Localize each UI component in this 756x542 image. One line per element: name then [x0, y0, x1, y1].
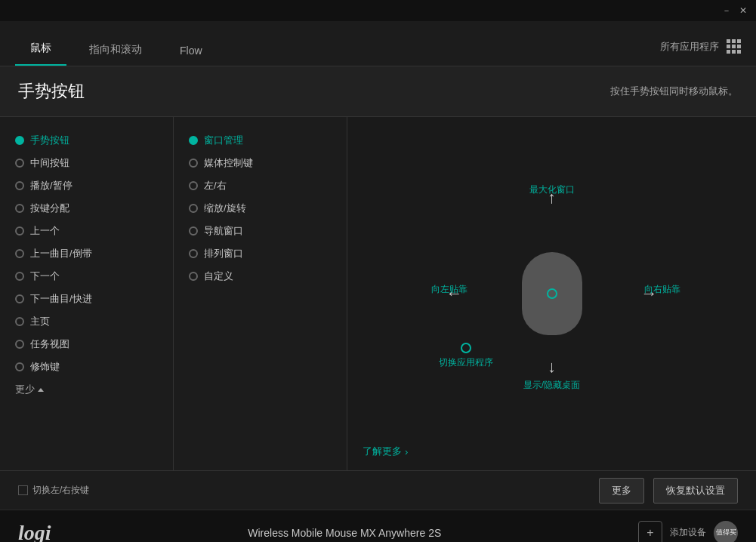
- scroll-checkbox[interactable]: [18, 485, 28, 495]
- arrow-down-icon: ↓: [548, 357, 556, 377]
- viz-label-switch-app: 切换应用程序: [439, 343, 493, 369]
- radio-middle: [15, 159, 24, 168]
- menu-item-media[interactable]: 媒体控制键: [174, 152, 347, 174]
- radio-nav: [189, 226, 198, 236]
- switch-app-circle: [461, 343, 471, 353]
- radio-prev: [15, 226, 24, 236]
- middle-panel: 窗口管理 媒体控制键 左/右 缩放/旋转 导航窗口 排列窗口: [174, 117, 347, 470]
- menu-item-play[interactable]: 播放/暂停: [0, 174, 173, 197]
- viz-label-right: 向右贴靠: [644, 282, 680, 295]
- mouse-body: [522, 252, 582, 335]
- radio-taskview: [15, 340, 24, 349]
- grid-icon[interactable]: [727, 39, 741, 54]
- close-button[interactable]: ✕: [736, 4, 750, 17]
- footer: logi Wireless Mobile Mouse MX Anywhere 2…: [0, 510, 756, 542]
- main-content: 手势按钮 按住手势按钮同时移动鼠标。 手势按钮 中间按钮 播放/暂停 按键分配: [0, 66, 756, 510]
- minimize-button[interactable]: －: [720, 4, 733, 17]
- radio-custom: [189, 272, 198, 281]
- scroll-label-area: 切换左/右按键: [18, 484, 89, 497]
- right-panel: 最大化窗口 ↑ 向左贴靠 ← → 向右贴靠 ↓ 显示/隐藏桌面: [347, 117, 756, 470]
- arrow-left-icon: ←: [446, 284, 463, 303]
- menu-item-nexttrack[interactable]: 下一曲目/快进: [0, 288, 173, 310]
- add-device-label: 添加设备: [670, 526, 706, 539]
- menu-item-leftright[interactable]: 左/右: [174, 174, 347, 197]
- more-less-button[interactable]: 更少: [0, 378, 173, 401]
- mouse-visualization: 最大化窗口 ↑ 向左贴靠 ← → 向右贴靠 ↓ 显示/隐藏桌面: [439, 173, 665, 414]
- radio-arrange: [189, 249, 198, 258]
- mouse-scroll-wheel: [547, 288, 557, 299]
- radio-play: [15, 181, 24, 190]
- menu-item-taskview[interactable]: 任务视图: [0, 333, 173, 356]
- tab-pointing[interactable]: 指向和滚动: [74, 34, 157, 66]
- radio-home: [15, 317, 24, 326]
- tab-mouse[interactable]: 鼠标: [15, 32, 66, 66]
- arrow-up-icon: ↑: [548, 188, 556, 208]
- learn-more-button[interactable]: 了解更多 ›: [363, 445, 408, 458]
- menu-item-nav[interactable]: 导航窗口: [174, 220, 347, 242]
- content-area: 手势按钮 中间按钮 播放/暂停 按键分配 上一个 上一曲目/倒带: [0, 117, 756, 470]
- menu-item-middle[interactable]: 中间按钮: [0, 152, 173, 174]
- radio-modifier: [15, 362, 24, 371]
- tab-bar-right: 所有应用程序: [660, 39, 741, 54]
- menu-item-next[interactable]: 下一个: [0, 265, 173, 288]
- all-apps-label: 所有应用程序: [660, 40, 719, 54]
- footer-right: + 添加设备 值得买: [638, 521, 738, 543]
- tab-bar: 鼠标 指向和滚动 Flow 所有应用程序: [0, 21, 756, 66]
- add-device-button[interactable]: +: [638, 521, 662, 543]
- left-panel: 手势按钮 中间按钮 播放/暂停 按键分配 上一个 上一曲目/倒带: [0, 117, 174, 470]
- radio-window-mgmt: [189, 136, 198, 145]
- menu-item-prev[interactable]: 上一个: [0, 220, 173, 242]
- device-name: Wireless Mobile Mouse MX Anywhere 2S: [248, 527, 441, 539]
- chevron-up-icon: [38, 388, 44, 392]
- menu-item-arrange[interactable]: 排列窗口: [174, 242, 347, 265]
- menu-item-custom[interactable]: 自定义: [174, 265, 347, 288]
- radio-gesture: [15, 136, 24, 145]
- radio-leftright: [189, 181, 198, 190]
- section-header: 手势按钮 按住手势按钮同时移动鼠标。: [0, 66, 756, 117]
- menu-item-modifier[interactable]: 修饰键: [0, 356, 173, 378]
- menu-item-prevtrack[interactable]: 上一曲目/倒带: [0, 242, 173, 265]
- more-button[interactable]: 更多: [599, 478, 644, 504]
- tab-flow[interactable]: Flow: [165, 35, 218, 66]
- section-hint: 按住手势按钮同时移动鼠标。: [610, 85, 738, 98]
- menu-item-home[interactable]: 主页: [0, 310, 173, 333]
- radio-prevtrack: [15, 249, 24, 258]
- radio-next: [15, 272, 24, 281]
- viz-label-bottom: 显示/隐藏桌面: [523, 379, 580, 392]
- community-label: 值得买: [716, 528, 736, 537]
- menu-item-zoom[interactable]: 缩放/旋转: [174, 197, 347, 220]
- menu-item-gesture[interactable]: 手势按钮: [0, 129, 173, 152]
- radio-zoom: [189, 204, 198, 213]
- title-bar: － ✕: [0, 0, 756, 21]
- section-title: 手势按钮: [18, 80, 85, 103]
- menu-item-keybind[interactable]: 按键分配: [0, 197, 173, 220]
- scroll-label: 切换左/右按键: [32, 484, 89, 497]
- action-bar: 切换左/右按键 更多 恢复默认设置: [0, 470, 756, 510]
- reset-button[interactable]: 恢复默认设置: [653, 478, 738, 504]
- chevron-right-icon: ›: [405, 446, 408, 457]
- middle-section-header: 窗口管理: [174, 129, 347, 152]
- logi-logo: logi: [18, 521, 51, 543]
- radio-nexttrack: [15, 294, 24, 303]
- user-avatar[interactable]: 值得买: [714, 521, 738, 543]
- radio-keybind: [15, 204, 24, 213]
- radio-media: [189, 159, 198, 168]
